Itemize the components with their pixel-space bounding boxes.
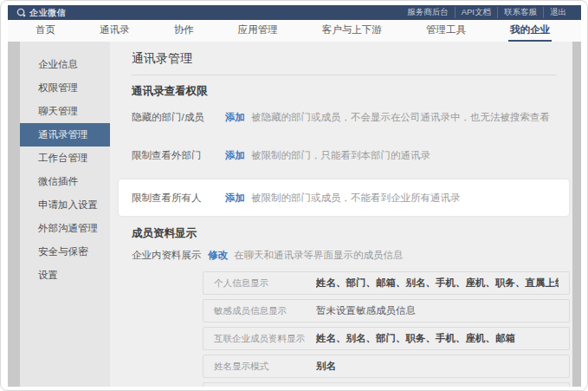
row-restrict-view-other-departments: 限制查看外部门 添加 被限制的部门，只能看到本部门的通讯录 bbox=[132, 136, 572, 174]
profile-detail-list: 个人信息显示 姓名、部门、邮箱、别名、手机、座机、职务、直属上级、官网、测...… bbox=[203, 271, 570, 387]
title-divider bbox=[132, 75, 557, 75]
wecom-logo-icon bbox=[16, 8, 26, 17]
tab-collaboration[interactable]: 协作 bbox=[172, 20, 196, 42]
row-description: 在聊天和通讯录等界面显示的成员信息 bbox=[234, 249, 404, 262]
sidebar-item-wechat-plugin[interactable]: 微信插件 bbox=[20, 170, 110, 193]
tab-home[interactable]: 首页 bbox=[34, 20, 57, 42]
row-description: 被限制的部门或成员，不能看到企业所有通讯录 bbox=[251, 192, 461, 205]
detail-value: 暂未设置敏感成员信息 bbox=[316, 304, 416, 317]
row-label: 隐藏的部门/成员 bbox=[132, 111, 225, 124]
main-content: 通讯录管理 通讯录查看权限 隐藏的部门/成员 添加 被隐藏的部门或成员，不会显示… bbox=[110, 42, 572, 387]
topbar: 企业微信 服务商后台 API文档 联系客服 退出 bbox=[8, 5, 581, 20]
sidebar: 企业信息 权限管理 聊天管理 通讯录管理 工作台管理 微信插件 申请加入设置 外… bbox=[20, 42, 110, 387]
detail-value: 别名 bbox=[316, 360, 336, 373]
detail-value: 姓名、部门、邮箱、别名、手机、座机、职务、直属上级、官网、测... bbox=[316, 277, 559, 290]
main-nav: 首页 通讯录 协作 应用管理 客户与上下游 管理工具 我的企业 bbox=[8, 20, 581, 42]
sidebar-item-permission-management[interactable]: 权限管理 bbox=[20, 76, 110, 100]
link-contact-support[interactable]: 联系客服 bbox=[497, 7, 543, 18]
vertical-scrollbar[interactable] bbox=[572, 42, 581, 387]
link-api-docs[interactable]: API文档 bbox=[455, 7, 497, 18]
sidebar-item-contacts-management[interactable]: 通讯录管理 bbox=[20, 123, 110, 147]
detail-row-sensitive-info: 敏感成员信息显示 暂未设置敏感成员信息 bbox=[203, 299, 570, 323]
detail-label: 互联企业成员资料显示 bbox=[214, 333, 316, 345]
page-title: 通讯录管理 bbox=[132, 50, 572, 66]
detail-row-name-display-mode: 姓名显示模式 别名 bbox=[203, 355, 570, 378]
modify-profile-display-link[interactable]: 修改 bbox=[208, 249, 228, 262]
section-title-view-permissions: 通讯录查看权限 bbox=[132, 84, 572, 98]
sidebar-item-company-info[interactable]: 企业信息 bbox=[20, 53, 110, 76]
left-gutter bbox=[8, 42, 20, 387]
detail-row-personal-info: 个人信息显示 姓名、部门、邮箱、别名、手机、座机、职务、直属上级、官网、测... bbox=[203, 271, 570, 295]
detail-label: 敏感成员信息显示 bbox=[214, 305, 316, 317]
detail-row-linked-company-profile: 互联企业成员资料显示 姓名、别名、部门、职务、手机、座机、邮箱 bbox=[203, 327, 570, 350]
page-body: 企业信息 权限管理 聊天管理 通讯录管理 工作台管理 微信插件 申请加入设置 外… bbox=[8, 42, 581, 387]
detail-label: 个人信息显示 bbox=[214, 277, 316, 290]
brand[interactable]: 企业微信 bbox=[16, 7, 66, 19]
link-service-provider-console[interactable]: 服务商后台 bbox=[401, 7, 455, 18]
row-label: 企业内资料展示 bbox=[132, 249, 208, 262]
detail-value: 姓名、别名、部门、职务、手机、座机、邮箱 bbox=[316, 332, 515, 345]
sidebar-item-external-communication[interactable]: 外部沟通管理 bbox=[20, 217, 110, 240]
add-hidden-members-link[interactable]: 添加 bbox=[225, 111, 245, 124]
row-internal-profile-display: 企业内资料展示 修改 在聊天和通讯录等界面显示的成员信息 bbox=[132, 244, 572, 266]
add-restricted-departments-link[interactable]: 添加 bbox=[225, 149, 245, 162]
tab-my-company[interactable]: 我的企业 bbox=[508, 20, 552, 42]
tab-admin-tools[interactable]: 管理工具 bbox=[424, 20, 468, 42]
row-label: 限制查看外部门 bbox=[132, 149, 225, 162]
detail-label: 姓名显示模式 bbox=[214, 361, 316, 373]
sidebar-item-workbench-management[interactable]: 工作台管理 bbox=[20, 147, 110, 170]
detail-row-desktop-info-display: 桌面端信息显示 职务 bbox=[203, 382, 570, 387]
link-logout[interactable]: 退出 bbox=[543, 7, 572, 18]
sidebar-item-join-settings[interactable]: 申请加入设置 bbox=[20, 193, 110, 217]
wecom-admin-app: 企业微信 服务商后台 API文档 联系客服 退出 首页 通讯录 协作 应用管理 … bbox=[8, 5, 581, 387]
sidebar-item-security-privacy[interactable]: 安全与保密 bbox=[20, 240, 110, 264]
sidebar-item-settings[interactable]: 设置 bbox=[20, 264, 110, 287]
settings-card: 企业信息 权限管理 聊天管理 通讯录管理 工作台管理 微信插件 申请加入设置 外… bbox=[20, 42, 572, 387]
row-restrict-view-everyone-highlighted: 限制查看所有人 添加 被限制的部门或成员，不能看到企业所有通讯录 bbox=[119, 179, 569, 216]
row-hidden-departments-members: 隐藏的部门/成员 添加 被隐藏的部门或成员，不会显示在公司通讯录中，也无法被搜索… bbox=[132, 98, 572, 136]
row-description: 被限制的部门，只能看到本部门的通讯录 bbox=[251, 149, 430, 162]
tab-contacts[interactable]: 通讯录 bbox=[98, 20, 132, 42]
brand-name: 企业微信 bbox=[29, 7, 66, 19]
browser-window: 企业微信 服务商后台 API文档 联系客服 退出 首页 通讯录 协作 应用管理 … bbox=[0, 0, 588, 391]
topbar-links: 服务商后台 API文档 联系客服 退出 bbox=[401, 7, 572, 18]
tab-app-management[interactable]: 应用管理 bbox=[236, 20, 280, 42]
section-title-member-profile-display: 成员资料显示 bbox=[132, 226, 572, 240]
row-description: 被隐藏的部门或成员，不会显示在公司通讯录中，也无法被搜索查看 bbox=[251, 111, 550, 124]
add-restricted-members-link[interactable]: 添加 bbox=[225, 192, 245, 205]
row-label: 限制查看所有人 bbox=[132, 192, 225, 205]
sidebar-item-chat-management[interactable]: 聊天管理 bbox=[20, 100, 110, 123]
tab-customers-upstream-downstream[interactable]: 客户与上下游 bbox=[320, 20, 384, 42]
